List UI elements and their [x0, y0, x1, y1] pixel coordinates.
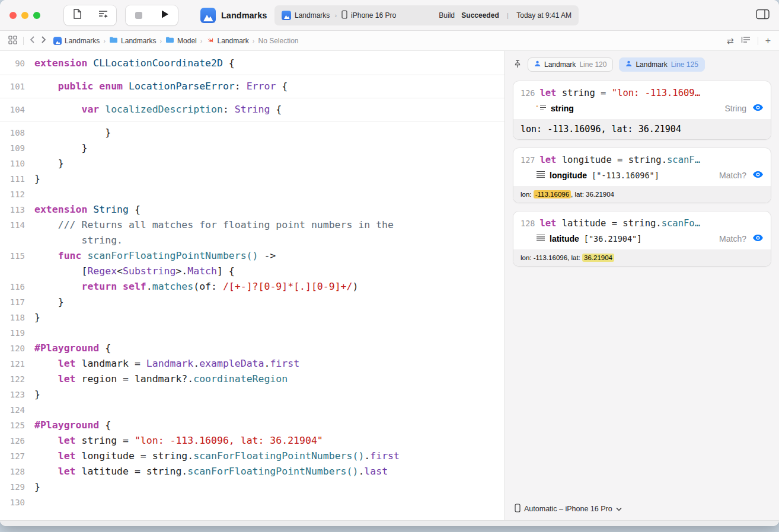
build-status[interactable]: Build Succeeded | Today at 9:41 AM — [439, 11, 572, 20]
scheme-destination[interactable]: Landmarks › iPhone 16 Pro — [282, 10, 396, 21]
line-number[interactable]: 116 — [0, 279, 34, 294]
code-line[interactable]: 116return self.matches(of: /[+-]?[0-9]*[… — [0, 279, 505, 294]
line-number[interactable]: 130 — [0, 495, 34, 510]
code-line[interactable]: 110} — [0, 156, 505, 171]
result-code-line[interactable]: 128let latitude = string.scanFo… — [513, 211, 771, 230]
run-button[interactable] — [152, 5, 178, 25]
line-number[interactable]: 119 — [0, 325, 34, 341]
code-line[interactable]: 114/// Returns all matches for floating … — [0, 217, 505, 233]
code-line[interactable]: 128let latitude = string.scanForFloating… — [0, 464, 505, 479]
code-line[interactable]: 112 — [0, 187, 505, 202]
breadcrumb: Landmarks › Landmarks › Model › — [53, 36, 299, 46]
related-items-grid-icon[interactable] — [8, 36, 17, 46]
quicklook-eye-icon[interactable] — [752, 170, 764, 181]
line-number[interactable]: 125 — [0, 418, 34, 433]
pin-icon[interactable] — [513, 59, 522, 70]
line-number[interactable]: 124 — [0, 402, 34, 418]
source-editor[interactable]: 90extension CLLocationCoordinate2D {101p… — [0, 51, 505, 520]
result-variable-name: string — [551, 104, 574, 113]
playground-macro-button[interactable] — [90, 5, 116, 25]
code-token: latitude = string. — [556, 218, 661, 229]
go-back-button[interactable] — [30, 36, 35, 46]
line-number[interactable]: 114 — [0, 217, 34, 233]
toggle-inspector-button[interactable] — [756, 9, 770, 22]
minimize-window-button[interactable] — [21, 12, 28, 19]
code-line[interactable]: 117} — [0, 294, 505, 310]
code-line[interactable]: 101public enum LocationParseError: Error… — [0, 79, 505, 94]
close-window-button[interactable] — [9, 12, 17, 19]
code-token: < — [117, 265, 123, 277]
preview-device-selector[interactable]: Automatic – iPhone 16 Pro — [515, 504, 622, 514]
new-file-button[interactable] — [64, 5, 90, 25]
code-line[interactable]: string. — [0, 233, 505, 248]
line-number[interactable]: 112 — [0, 187, 34, 202]
zoom-window-button[interactable] — [33, 12, 40, 19]
line-number[interactable]: 118 — [0, 310, 34, 325]
line-number[interactable] — [0, 233, 34, 248]
code-line[interactable]: 113extension String { — [0, 202, 505, 217]
code-line[interactable]: 108} — [0, 125, 505, 140]
code-line[interactable]: 129} — [0, 479, 505, 495]
code-line[interactable]: 104var localizedDescription: String { — [0, 102, 505, 117]
code-token: scanFo… — [662, 218, 700, 229]
breadcrumb-item-selection[interactable]: No Selection — [258, 37, 299, 45]
line-number[interactable]: 101 — [0, 79, 34, 94]
line-number[interactable]: 110 — [0, 156, 34, 171]
line-number[interactable]: 117 — [0, 294, 34, 310]
line-number[interactable]: 123 — [0, 387, 34, 402]
code-line[interactable]: 115func scanForFloatingPointNumbers() -> — [0, 248, 505, 264]
code-line[interactable]: 109} — [0, 140, 505, 156]
line-number[interactable]: 120 — [0, 341, 34, 356]
line-number[interactable]: 109 — [0, 140, 34, 156]
code-line[interactable]: 127let longitude = string.scanForFloatin… — [0, 448, 505, 464]
code-line[interactable]: 123} — [0, 387, 505, 402]
code-token: . — [364, 450, 370, 462]
result-tab-line-120[interactable]: Landmark Line 120 — [528, 57, 613, 72]
line-number[interactable] — [0, 264, 34, 279]
result-code-line[interactable]: 127let longitude = string.scanF… — [513, 148, 771, 166]
breadcrumb-item-model[interactable]: Model — [165, 36, 197, 45]
go-forward-button[interactable] — [41, 36, 46, 46]
line-number[interactable]: 90 — [0, 56, 34, 71]
add-editor-icon[interactable]: + — [765, 36, 771, 46]
code-line[interactable]: 130 — [0, 495, 505, 510]
counterpart-arrows-icon[interactable]: ⇄ — [727, 37, 734, 45]
code-token: scanForFloatingPointNumbers() — [193, 450, 364, 462]
value-highlight: -113.16096 — [534, 190, 571, 198]
line-number[interactable]: 127 — [0, 448, 34, 464]
code-line[interactable]: 122let region = landmark?.coordinateRegi… — [0, 371, 505, 387]
result-line-number: 126 — [521, 88, 535, 98]
line-number[interactable]: 113 — [0, 202, 34, 217]
code-line[interactable]: 111} — [0, 171, 505, 187]
line-number[interactable]: 126 — [0, 433, 34, 448]
code-line[interactable]: 121let landmark = Landmark.exampleData.f… — [0, 356, 505, 371]
result-value-text: lon: -113.16096, lat: 36.21904 — [521, 124, 681, 134]
stop-button[interactable] — [126, 5, 152, 25]
tab-line: Line 125 — [671, 60, 698, 69]
code-line[interactable]: 118} — [0, 310, 505, 325]
code-line[interactable]: 124 — [0, 402, 505, 418]
code-line[interactable]: 125#Playground { — [0, 418, 505, 433]
quicklook-eye-icon[interactable] — [752, 233, 764, 244]
line-number[interactable]: 121 — [0, 356, 34, 371]
line-number[interactable]: 129 — [0, 479, 34, 495]
line-number[interactable]: 104 — [0, 102, 34, 117]
editor-options-icon[interactable] — [741, 36, 751, 46]
code-line[interactable]: [Regex<Substring>.Match] { — [0, 264, 505, 279]
line-number[interactable]: 115 — [0, 248, 34, 264]
line-number[interactable]: 111 — [0, 171, 34, 187]
result-tab-line-125[interactable]: Landmark Line 125 — [619, 57, 704, 72]
code-line[interactable]: 120#Playground { — [0, 341, 505, 356]
breadcrumb-item-project[interactable]: Landmarks — [53, 37, 100, 45]
code-line[interactable]: 90extension CLLocationCoordinate2D { — [0, 56, 505, 71]
line-number[interactable]: 122 — [0, 371, 34, 387]
code-token: exampleData — [199, 358, 264, 369]
line-number[interactable]: 128 — [0, 464, 34, 479]
result-code-line[interactable]: 126let string = "lon: -113.1609… — [513, 81, 771, 100]
code-line[interactable]: 126let string = "lon: -113.16096, lat: 3… — [0, 433, 505, 448]
breadcrumb-item-file[interactable]: Landmark — [206, 36, 248, 46]
code-line[interactable]: 119 — [0, 325, 505, 341]
line-number[interactable]: 108 — [0, 125, 34, 140]
breadcrumb-item-group[interactable]: Landmarks — [109, 36, 156, 45]
quicklook-eye-icon[interactable] — [752, 103, 764, 114]
